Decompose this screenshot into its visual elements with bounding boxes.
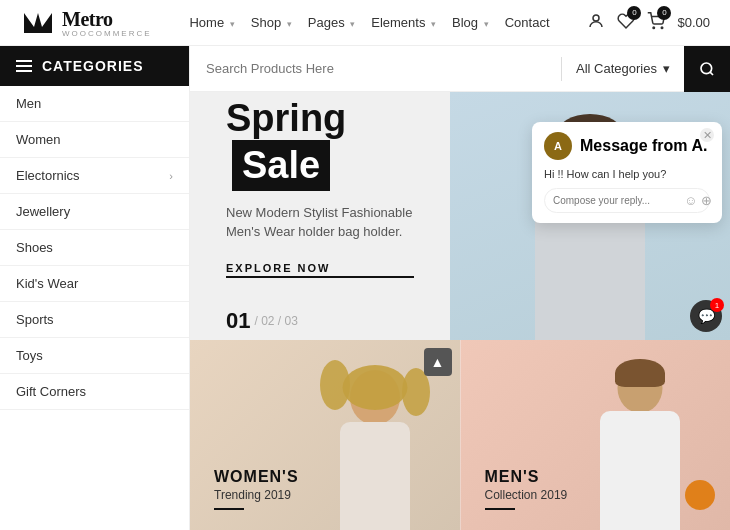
women-panel-sub: Trending 2019 — [214, 488, 299, 502]
chat-message: Hi !! How can I help you? — [544, 168, 710, 180]
panel-men[interactable]: MEN'S Collection 2019 — [460, 340, 731, 530]
emoji-icon[interactable]: ☺ — [684, 193, 697, 208]
search-bar: All Categories ▾ — [190, 46, 730, 92]
nav-shop[interactable]: Shop ▾ — [251, 15, 292, 30]
nav-icons: 0 0 $0.00 — [587, 12, 710, 34]
men-panel-label: MEN'S Collection 2019 — [485, 468, 568, 510]
search-button[interactable] — [684, 46, 730, 92]
sidebar-item-shoes[interactable]: Shoes — [0, 230, 189, 266]
women-panel-tag: WOMEN'S — [214, 468, 299, 486]
slide-separator: / 02 / 03 — [254, 314, 297, 328]
chat-notif-badge: 1 — [710, 298, 724, 312]
sidebar-item-sports[interactable]: Sports — [0, 302, 189, 338]
cart-icon[interactable]: 0 — [647, 12, 665, 34]
men-image — [560, 355, 720, 530]
svg-marker-0 — [24, 13, 52, 33]
logo-name: Metro — [62, 8, 152, 31]
search-category-dropdown[interactable]: All Categories ▾ — [562, 46, 684, 91]
electronics-arrow-icon: › — [169, 170, 173, 182]
hero-title-block: Spring Sale — [226, 98, 414, 191]
sidebar-item-toys[interactable]: Toys — [0, 338, 189, 374]
wishlist-badge: 0 — [627, 6, 641, 20]
sidebar-item-giftcorners[interactable]: Gift Corners — [0, 374, 189, 410]
nav-elements-arrow: ▾ — [431, 19, 436, 29]
nav-shop-arrow: ▾ — [287, 19, 292, 29]
chat-from-label: Message from A. — [580, 137, 707, 155]
search-icon — [699, 61, 715, 77]
men-panel-tag: MEN'S — [485, 468, 568, 486]
search-input[interactable] — [190, 46, 561, 91]
chat-avatar: A — [544, 132, 572, 160]
cart-badge: 0 — [657, 6, 671, 20]
add-icon[interactable]: ⊕ — [701, 193, 712, 208]
svg-point-4 — [701, 63, 712, 74]
scroll-up-button[interactable]: ▲ — [424, 348, 452, 376]
chat-header: A Message from A. — [544, 132, 710, 160]
hero-sale-badge: Sale — [232, 140, 330, 191]
logo[interactable]: Metro WOOCOMMERCE — [20, 8, 152, 38]
sidebar-item-jewellery[interactable]: Jewellery — [0, 194, 189, 230]
nav-home-arrow: ▾ — [230, 19, 235, 29]
svg-point-3 — [662, 27, 664, 29]
panel-women[interactable]: ▲ WOMEN'S Trending 2019 — [190, 340, 460, 530]
women-panel-line — [214, 508, 244, 510]
search-category-label: All Categories — [576, 61, 657, 76]
nav-blog-arrow: ▾ — [484, 19, 489, 29]
logo-text-block: Metro WOOCOMMERCE — [62, 8, 152, 38]
hamburger-icon — [16, 60, 32, 72]
hero-label: Spring — [226, 97, 346, 139]
women-image — [310, 360, 440, 530]
svg-line-5 — [710, 72, 713, 75]
women-panel-label: WOMEN'S Trending 2019 — [214, 468, 299, 510]
sidebar-item-women[interactable]: Women — [0, 122, 189, 158]
slide-current: 01 — [226, 308, 250, 334]
sidebar-item-kidswear[interactable]: Kid's Wear — [0, 266, 189, 302]
men-panel-line — [485, 508, 515, 510]
men-panel-sub: Collection 2019 — [485, 488, 568, 502]
chat-popup: ✕ A Message from A. Hi !! How can I help… — [532, 122, 722, 223]
nav-pages[interactable]: Pages ▾ — [308, 15, 355, 30]
user-icon[interactable] — [587, 12, 605, 34]
wishlist-icon[interactable]: 0 — [617, 12, 635, 34]
chat-reply-input[interactable] — [553, 195, 680, 206]
svg-point-1 — [593, 15, 599, 21]
sidebar-header[interactable]: CATEGORIES — [0, 46, 189, 86]
svg-point-2 — [653, 27, 655, 29]
content-area: CATEGORIES Men Women Electornics › Jewel… — [0, 46, 730, 530]
cart-total: $0.00 — [677, 15, 710, 30]
hero-pagination: 01 / 02 / 03 — [226, 308, 414, 334]
sidebar-header-label: CATEGORIES — [42, 58, 144, 74]
bottom-panels: ▲ WOMEN'S Trending 2019 — [190, 340, 730, 530]
nav-home[interactable]: Home ▾ — [189, 15, 234, 30]
logo-icon — [20, 9, 56, 37]
nav-elements[interactable]: Elements ▾ — [371, 15, 436, 30]
hero-section: Spring Sale New Modern Stylist Fashionab… — [190, 92, 730, 340]
nav-blog[interactable]: Blog ▾ — [452, 15, 489, 30]
nav-contact[interactable]: Contact — [505, 15, 550, 30]
category-dropdown-arrow: ▾ — [663, 61, 670, 76]
sidebar-item-electronics[interactable]: Electornics › — [0, 158, 189, 194]
sidebar-menu: Men Women Electornics › Jewellery Shoes … — [0, 86, 189, 410]
chat-action-icons: ☺ ⊕ — [684, 193, 712, 208]
chat-from-name: Message from A. — [580, 137, 707, 154]
sidebar-item-men[interactable]: Men — [0, 86, 189, 122]
chat-notification-button[interactable]: 💬 1 — [690, 300, 722, 332]
hero-left: Spring Sale New Modern Stylist Fashionab… — [190, 92, 450, 340]
sidebar: CATEGORIES Men Women Electornics › Jewel… — [0, 46, 190, 530]
main-nav: Home ▾ Shop ▾ Pages ▾ Elements ▾ Blog ▾ … — [189, 15, 549, 30]
top-navigation: Metro WOOCOMMERCE Home ▾ Shop ▾ Pages ▾ … — [0, 0, 730, 46]
hero-cta-button[interactable]: EXPLORE NOW — [226, 262, 414, 278]
nav-pages-arrow: ▾ — [350, 19, 355, 29]
main-area: All Categories ▾ Spring Sale New Modern … — [190, 46, 730, 530]
chat-input-row: ☺ ⊕ — [544, 188, 710, 213]
hero-image-area: ✕ A Message from A. Hi !! How can I help… — [450, 92, 730, 340]
logo-subtext: WOOCOMMERCE — [62, 29, 152, 38]
hero-description: New Modern Stylist Fashionable Men's Wea… — [226, 203, 414, 242]
chat-close-button[interactable]: ✕ — [700, 128, 714, 142]
